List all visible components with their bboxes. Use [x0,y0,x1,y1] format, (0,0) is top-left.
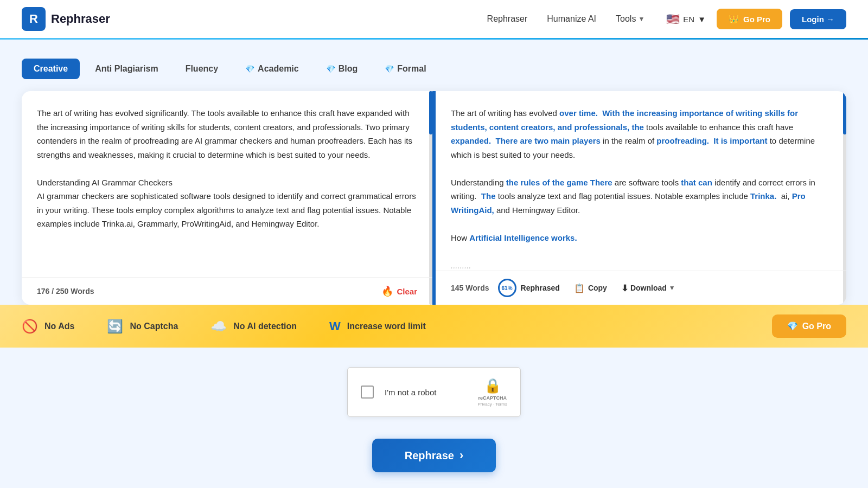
captcha-area: I'm not a robot 🔒 reCAPTCHA Privacy · Te… [0,348,868,428]
download-icon: ⬇ [621,283,628,293]
percentage-circle: 61% [498,279,516,297]
tab-academic[interactable]: 💎 Academic [233,59,311,79]
right-scroll-thumb [843,91,846,134]
nav-rephraser[interactable]: Rephraser [487,14,528,24]
diamond-icon-blog: 💎 [326,65,335,73]
promo-no-captcha-label: No Captcha [130,322,178,331]
editor-area: The art of writing has evolved significa… [22,91,846,305]
captcha-branding: 🔒 reCAPTCHA Privacy · Terms [477,377,507,407]
tab-formal[interactable]: 💎 Formal [373,59,438,79]
login-button[interactable]: Login → [790,9,846,29]
no-captcha-icon: 🔄 [107,319,123,334]
promo-no-ads-label: No Ads [44,322,74,331]
download-button[interactable]: ⬇ Download ▼ [621,283,675,293]
promo-word-limit: W Increase word limit [329,319,426,333]
tools-chevron-icon: ▼ [638,15,644,23]
tab-anti-plagiarism[interactable]: Anti Plagiarism [83,59,170,79]
captcha-checkbox[interactable] [361,386,374,399]
fire-icon: 🔥 [381,285,393,297]
promo-banner: 🚫 No Ads 🔄 No Captcha ☁️ No AI detection… [0,305,868,348]
tab-blog[interactable]: 💎 Blog [314,59,370,79]
lang-chevron-icon: ▼ [698,15,706,24]
header: R Rephraser Rephraser Humanize AI Tools … [0,0,868,39]
output-panel: The art of writing has evolved over time… [434,91,846,305]
logo-icon: R [22,7,46,31]
mode-tabs: Creative Anti Plagiarism Fluency 💎 Acade… [22,59,846,79]
promo-no-ads: 🚫 No Ads [22,319,74,334]
diamond-icon: 💎 [245,65,254,73]
rephrase-button[interactable]: Rephrase › [372,439,496,472]
nav-tools[interactable]: Tools ▼ [616,14,644,24]
promo-word-limit-label: Increase word limit [347,322,426,331]
captcha-label: I'm not a robot [385,388,467,397]
clear-button[interactable]: 🔥 Clear [381,285,417,297]
input-panel: The art of writing has evolved significa… [22,91,434,305]
language-selector[interactable]: 🇺🇸 EN ▼ [666,12,706,25]
left-scrollbar[interactable] [429,91,432,305]
tab-fluency[interactable]: Fluency [174,59,230,79]
go-pro-button[interactable]: 👑 Go Pro [717,9,782,29]
promo-no-ai-label: No AI detection [233,322,297,331]
crown-icon: 👑 [729,14,739,24]
flag-icon: 🇺🇸 [666,12,680,25]
copy-button[interactable]: 📋 Copy [574,283,607,293]
output-footer: 145 Words 61% Rephrased 📋 Copy ⬇ Downloa… [436,271,846,305]
word-limit-icon: W [329,319,341,333]
no-ads-icon: 🚫 [22,319,38,334]
promo-go-pro-button[interactable]: 💎 Go Pro [772,314,846,338]
crown-icon-promo: 💎 [787,321,798,331]
copy-icon: 📋 [574,283,585,293]
input-text[interactable]: The art of writing has evolved significa… [22,91,432,305]
promo-no-captcha: 🔄 No Captcha [107,319,178,334]
promo-no-ai-detection: ☁️ No AI detection [210,319,297,334]
rephrase-arrow-icon: › [459,448,463,463]
left-scroll-thumb [429,91,432,134]
recaptcha-links: Privacy · Terms [477,402,507,407]
nav-links: Rephraser Humanize AI Tools ▼ [487,14,645,24]
recaptcha-text: reCAPTCHA [478,395,507,401]
nav-humanize-ai[interactable]: Humanize AI [547,14,596,24]
word-count: 176 / 250 Words [37,287,94,296]
no-ai-icon: ☁️ [210,319,227,334]
diamond-icon-formal: 💎 [385,65,394,73]
captcha-box: I'm not a robot 🔒 reCAPTCHA Privacy · Te… [347,367,521,417]
output-word-count: 145 Words [451,284,489,292]
tab-creative[interactable]: Creative [22,59,80,79]
rephrase-area: Rephrase › [0,428,868,488]
rephrased-badge: 61% Rephrased [498,279,560,297]
logo-text: Rephraser [51,12,110,26]
input-footer: 176 / 250 Words 🔥 Clear [22,277,432,305]
main-content: Creative Anti Plagiarism Fluency 💎 Acade… [0,39,868,305]
recaptcha-icon: 🔒 [484,377,501,394]
download-chevron-icon: ▼ [669,284,675,292]
logo-area: R Rephraser [22,7,110,31]
